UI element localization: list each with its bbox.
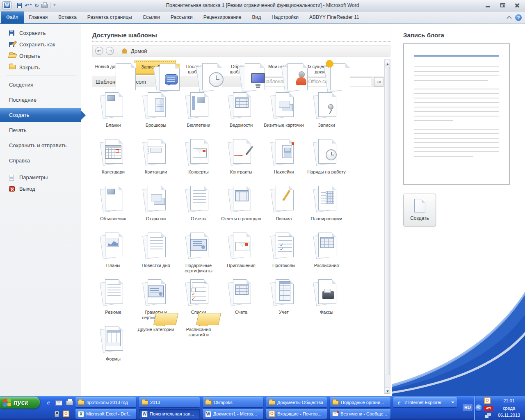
- template-category[interactable]: Объявления: [92, 185, 135, 231]
- template-category[interactable]: Бюллетени: [177, 91, 220, 138]
- taskbar-button[interactable]: XMicrosoft Excel - Def...: [75, 409, 136, 419]
- sidebar-command[interactable]: Открыть: [0, 50, 81, 62]
- taskbar-button[interactable]: e2 Internet Explorer: [393, 397, 457, 407]
- featured-template[interactable]: Мои шаблоны: [262, 60, 304, 75]
- close-button[interactable]: [512, 2, 523, 9]
- ribbon-tab[interactable]: Разметка страницы: [82, 11, 137, 23]
- template-category[interactable]: Расписания занятий и: [177, 325, 220, 372]
- template-category[interactable]: Ведомости: [220, 91, 262, 138]
- featured-template[interactable]: Запись блога: [135, 60, 176, 75]
- language-indicator[interactable]: RU: [463, 404, 472, 411]
- home-icon[interactable]: [121, 48, 128, 54]
- scroll-down-button[interactable]: [385, 388, 390, 394]
- internet-explorer-icon[interactable]: e: [45, 399, 52, 406]
- template-category[interactable]: Резюме: [92, 278, 135, 325]
- template-category[interactable]: Календари: [92, 138, 135, 185]
- sidebar-item[interactable]: Последние: [0, 92, 81, 107]
- template-category[interactable]: Счета: [220, 278, 262, 325]
- template-category[interactable]: Квитанции: [135, 138, 177, 185]
- scrollbar-thumb[interactable]: [385, 67, 390, 375]
- template-category[interactable]: Визитные карточки: [262, 91, 305, 138]
- restore-button[interactable]: [497, 2, 508, 9]
- featured-template[interactable]: Последние шаблоны: [177, 60, 218, 75]
- ribbon-tab[interactable]: Файл: [1, 11, 24, 23]
- featured-template[interactable]: Из существующего документа: [305, 60, 346, 75]
- template-category[interactable]: Подарочные сертификаты: [177, 231, 220, 278]
- template-category[interactable]: Письма: [262, 185, 305, 231]
- taskbar-button[interactable]: Документы Общества: [266, 397, 327, 407]
- taskbar-button[interactable]: Olimpoks: [203, 397, 263, 407]
- template-category[interactable]: Записки: [305, 91, 348, 138]
- taskbar-button[interactable]: WПояснительная зап...: [139, 409, 200, 419]
- start-button[interactable]: пуск: [0, 397, 40, 409]
- sidebar-item[interactable]: Печать: [0, 123, 81, 138]
- taskbar-button[interactable]: OВходящие - Почтов...: [266, 409, 327, 419]
- ati-tray-icon[interactable]: ATI: [484, 406, 493, 411]
- taskbar-button[interactable]: Подрядные органи...: [330, 397, 390, 407]
- network-tray-icon[interactable]: [484, 413, 491, 418]
- template-category[interactable]: Факсы: [305, 278, 348, 325]
- redo-icon[interactable]: ↻: [34, 3, 39, 8]
- sidebar-command[interactable]: Сохранить: [0, 27, 81, 39]
- template-category[interactable]: Брошюры: [135, 91, 177, 138]
- ribbon-tab[interactable]: Главная: [24, 11, 53, 23]
- minimize-ribbon-icon[interactable]: [507, 16, 512, 21]
- word-app-icon[interactable]: W: [2, 1, 11, 9]
- undo-button[interactable]: ↶: [25, 3, 32, 8]
- taskbar-button[interactable]: 2013: [139, 397, 200, 407]
- sidebar-command[interactable]: Закрыть: [0, 62, 81, 73]
- template-category[interactable]: Приглашения: [220, 231, 262, 278]
- vertical-scrollbar[interactable]: [384, 59, 390, 394]
- template-category[interactable]: Контракты: [220, 138, 262, 185]
- ribbon-tab[interactable]: Вид: [247, 11, 266, 23]
- save-icon[interactable]: [17, 3, 22, 8]
- sidebar-item[interactable]: Сведения: [0, 77, 81, 92]
- back-button[interactable]: ←: [95, 47, 103, 55]
- sidebar-item[interactable]: Создать: [0, 108, 81, 122]
- search-go-button[interactable]: →: [374, 77, 383, 87]
- taskbar-button[interactable]: Без имени - Сообще...: [330, 409, 390, 419]
- ribbon-tab[interactable]: Вставка: [53, 11, 82, 23]
- collapse-tray-icon[interactable]: <: [475, 404, 482, 411]
- sidebar-item[interactable]: Сохранить и отправить: [0, 138, 81, 153]
- mail-icon[interactable]: [55, 400, 62, 406]
- taskbar-button[interactable]: протоколы 2013 год: [75, 397, 136, 407]
- template-category[interactable]: Расписания: [305, 231, 348, 278]
- customize-qat-dropdown-icon[interactable]: [53, 4, 56, 7]
- taskbar-button[interactable]: WДокумент1 - Micros...: [203, 409, 263, 419]
- template-category[interactable]: Открытки: [135, 185, 177, 231]
- create-button[interactable]: Создать: [403, 194, 436, 226]
- ribbon-tab[interactable]: Ссылки: [137, 11, 165, 23]
- template-category[interactable]: Отчеты: [177, 185, 220, 231]
- sidebar-command[interactable]: Параметры: [0, 172, 81, 183]
- template-category[interactable]: Формы: [92, 325, 135, 372]
- ribbon-tab[interactable]: Надстройки: [266, 11, 304, 23]
- forward-button[interactable]: →: [106, 47, 114, 55]
- phone-icon[interactable]: [55, 411, 59, 417]
- template-category[interactable]: Планировщики: [305, 185, 348, 231]
- outlook-icon[interactable]: O: [63, 411, 69, 417]
- template-category[interactable]: Повестки дня: [135, 231, 177, 278]
- template-category[interactable]: Наряды на работу: [305, 138, 348, 185]
- template-category[interactable]: Наклейки: [262, 138, 305, 185]
- minimize-button[interactable]: [482, 2, 493, 9]
- ribbon-tab[interactable]: Рецензирование: [198, 11, 247, 23]
- template-category[interactable]: Конверты: [177, 138, 220, 185]
- home-breadcrumb[interactable]: Домой: [131, 48, 147, 54]
- featured-template[interactable]: Образцы шаблонов: [220, 60, 261, 75]
- scroll-up-button[interactable]: [385, 60, 390, 66]
- sidebar-command[interactable]: Выход: [0, 183, 81, 195]
- template-category[interactable]: Отчеты о расходах: [220, 185, 262, 231]
- featured-template[interactable]: Новый документ: [92, 60, 133, 75]
- ribbon-tab[interactable]: ABBYY FineReader 11: [304, 11, 365, 23]
- template-category[interactable]: Планы: [92, 231, 135, 278]
- help-icon[interactable]: ?: [515, 14, 522, 21]
- template-category[interactable]: Другие категории: [135, 325, 177, 372]
- template-category[interactable]: Учет: [262, 278, 305, 325]
- template-category[interactable]: Протоколы: [262, 231, 305, 278]
- template-category[interactable]: Бланки: [92, 91, 135, 138]
- sidebar-item[interactable]: Справка: [0, 153, 81, 168]
- ribbon-tab[interactable]: Рассылки: [165, 11, 198, 23]
- outlook-tray-icon[interactable]: O: [484, 397, 491, 404]
- print-preview-icon[interactable]: [41, 4, 48, 8]
